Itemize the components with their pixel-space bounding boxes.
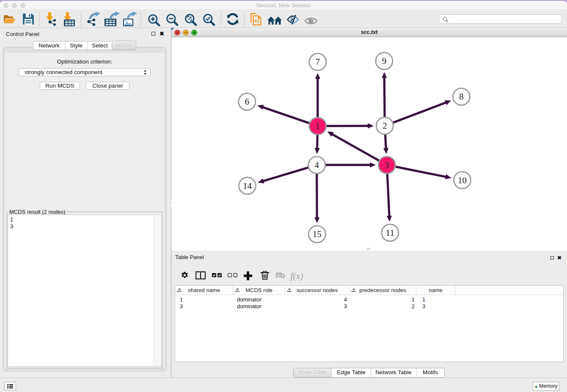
svg-text:7: 7	[316, 57, 320, 67]
svg-text:2: 2	[383, 121, 387, 131]
svg-text:8: 8	[459, 91, 464, 102]
svg-text:14: 14	[243, 181, 252, 191]
svg-text:1: 1	[316, 121, 320, 131]
svg-text:9: 9	[382, 56, 387, 66]
svg-text:3: 3	[385, 160, 389, 170]
svg-text:10: 10	[458, 175, 467, 185]
svg-text:6: 6	[245, 97, 250, 107]
svg-text:15: 15	[313, 229, 322, 239]
svg-text:11: 11	[386, 228, 394, 238]
svg-text:4: 4	[314, 160, 319, 170]
